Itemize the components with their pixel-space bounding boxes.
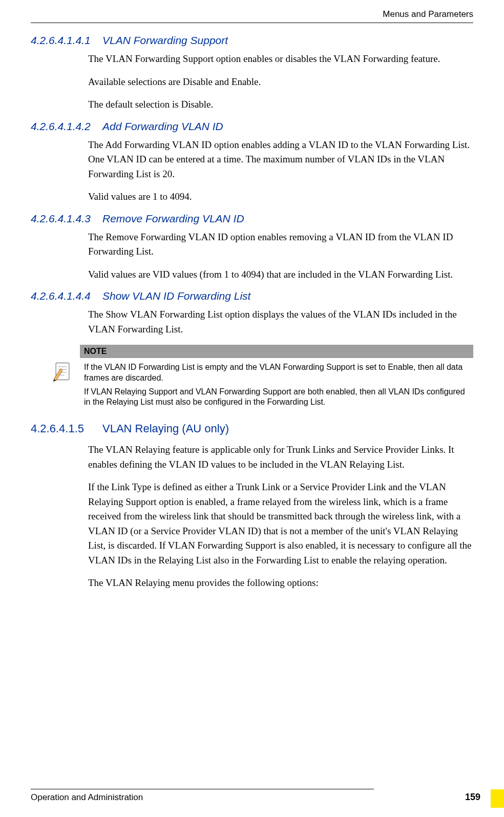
heading-4-2-6-4-1-4-2: 4.2.6.4.1.4.2Add Forwarding VLAN ID	[31, 120, 473, 133]
yellow-tab-icon	[491, 789, 504, 808]
body-paragraph: The VLAN Relaying menu provides the foll…	[31, 576, 473, 591]
body-paragraph: The VLAN Relaying feature is applicable …	[31, 443, 473, 472]
note-content: NOTE If the VLAN ID Forwarding List is e…	[80, 345, 473, 410]
content-area: 4.2.6.4.1.4.1VLAN Forwarding Support The…	[31, 34, 473, 591]
body-paragraph: Available selections are Disable and Ena…	[31, 75, 473, 90]
heading-title: VLAN Relaying (AU only)	[102, 422, 229, 435]
body-paragraph: Valid values are 1 to 4094.	[31, 190, 473, 204]
note-block: NOTE If the VLAN ID Forwarding List is e…	[31, 345, 473, 410]
heading-number: 4.2.6.4.1.4.4	[31, 290, 102, 302]
heading-4-2-6-4-1-4-4: 4.2.6.4.1.4.4Show VLAN ID Forwarding Lis…	[31, 290, 473, 302]
footer-rule	[31, 789, 374, 789]
page-number: 159	[465, 792, 480, 803]
body-paragraph: The Add Forwarding VLAN ID option enable…	[31, 138, 473, 182]
footer-left: Operation and Administration	[31, 792, 504, 803]
body-paragraph: If the Link Type is defined as either a …	[31, 480, 473, 568]
heading-title: Remove Forwarding VLAN ID	[102, 213, 244, 224]
note-icon	[51, 345, 80, 385]
note-paragraph: If VLAN Relaying Support and VLAN Forwar…	[80, 386, 473, 410]
note-label: NOTE	[80, 345, 473, 358]
header-chapter: Menus and Parameters	[31, 9, 473, 23]
body-paragraph: The Show VLAN Forwarding List option dis…	[31, 307, 473, 337]
body-paragraph: The default selection is Disable.	[31, 97, 473, 112]
body-paragraph: The Remove Forwarding VLAN ID option ena…	[31, 230, 473, 259]
heading-title: Show VLAN ID Forwarding List	[102, 290, 250, 302]
body-paragraph: Valid values are VID values (from 1 to 4…	[31, 267, 473, 282]
heading-number: 4.2.6.4.1.4.3	[31, 213, 102, 225]
heading-title: VLAN Forwarding Support	[102, 34, 228, 46]
footer: Operation and Administration 159	[31, 789, 504, 803]
heading-4-2-6-4-1-5: 4.2.6.4.1.5VLAN Relaying (AU only)	[31, 422, 473, 435]
note-paragraph: If the VLAN ID Forwarding List is empty …	[80, 358, 473, 386]
heading-4-2-6-4-1-4-3: 4.2.6.4.1.4.3Remove Forwarding VLAN ID	[31, 213, 473, 225]
heading-number: 4.2.6.4.1.4.1	[31, 34, 102, 47]
heading-4-2-6-4-1-4-1: 4.2.6.4.1.4.1VLAN Forwarding Support	[31, 34, 473, 47]
color-tab	[491, 789, 504, 808]
heading-title: Add Forwarding VLAN ID	[102, 120, 223, 132]
header-rule	[31, 23, 473, 23]
heading-number: 4.2.6.4.1.4.2	[31, 120, 102, 133]
heading-number: 4.2.6.4.1.5	[31, 422, 102, 435]
body-paragraph: The VLAN Forwarding Support option enabl…	[31, 52, 473, 67]
